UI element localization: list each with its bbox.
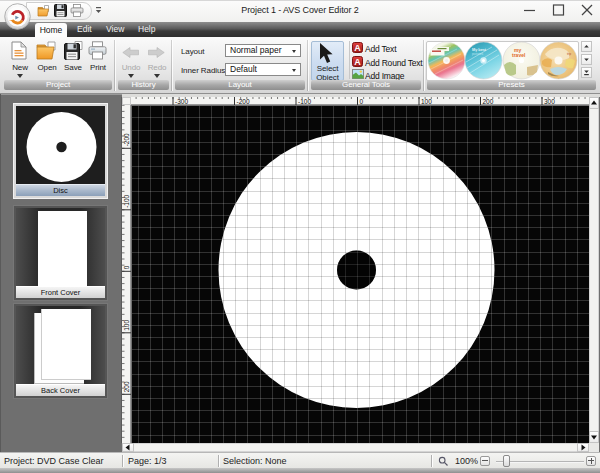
svg-text:200: 200 (483, 98, 494, 105)
svg-text:0: 0 (123, 265, 130, 269)
svg-text:100: 100 (123, 320, 130, 331)
svg-text:travel: travel (512, 52, 526, 58)
svg-text:trip: trip (567, 52, 571, 56)
svg-text:100: 100 (421, 98, 432, 105)
svg-text:-100: -100 (123, 194, 130, 207)
svg-text:-200: -200 (237, 98, 250, 105)
svg-text:-300: -300 (175, 98, 188, 105)
svg-text:pictures: pictures (472, 52, 484, 56)
svg-text:A: A (354, 57, 361, 67)
svg-text:A: A (354, 43, 361, 53)
svg-text:200: 200 (123, 381, 130, 392)
svg-text:-100: -100 (298, 98, 311, 105)
svg-text:-200: -200 (123, 133, 130, 146)
svg-text:300: 300 (544, 98, 555, 105)
svg-text:0: 0 (360, 98, 364, 105)
